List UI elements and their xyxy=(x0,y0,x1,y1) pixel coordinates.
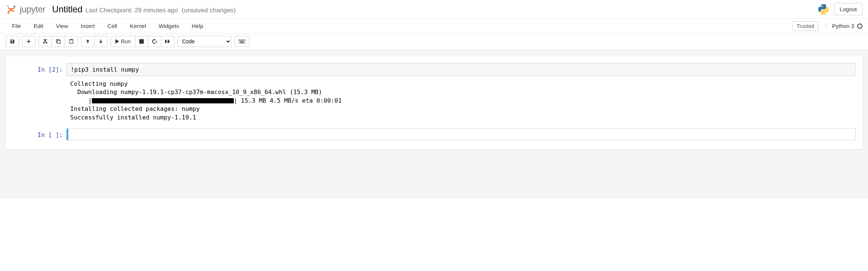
paste-icon xyxy=(69,39,74,44)
svg-rect-12 xyxy=(243,40,244,41)
output-content: Collecting numpy Downloading numpy-1.19.… xyxy=(66,78,856,123)
menu-items: File Edit View Insert Cell Kernel Widget… xyxy=(6,19,793,33)
restart-run-all-button[interactable] xyxy=(161,36,174,47)
checkpoint-text: Last Checkpoint: 29 minutes ago xyxy=(86,7,178,14)
svg-rect-13 xyxy=(244,40,245,41)
notebook-area: In [2]: !pip3 install numpy Collecting n… xyxy=(0,50,868,199)
notebook-header: jupyter Untitled Last Checkpoint: 29 min… xyxy=(0,0,868,19)
move-down-button[interactable] xyxy=(94,36,108,47)
python-icon xyxy=(818,3,830,15)
menubar-right: Trusted Python 3 xyxy=(793,21,862,31)
arrow-down-icon xyxy=(98,39,103,44)
header-right: Logout xyxy=(818,3,862,15)
arrow-up-icon xyxy=(85,39,90,44)
jupyter-logo[interactable]: jupyter xyxy=(6,4,46,15)
menu-cell[interactable]: Cell xyxy=(101,19,124,33)
keyboard-icon xyxy=(239,39,245,44)
unsaved-text: (unsaved changes) xyxy=(182,7,236,14)
cell-type-select[interactable]: Code xyxy=(177,36,232,47)
svg-rect-4 xyxy=(57,40,60,43)
paste-button[interactable] xyxy=(65,36,78,47)
add-cell-button[interactable] xyxy=(22,36,35,47)
title-area: Untitled Last Checkpoint: 29 minutes ago… xyxy=(52,4,818,15)
svg-rect-11 xyxy=(242,40,242,41)
notebook-container: In [2]: !pip3 install numpy Collecting n… xyxy=(6,56,862,149)
copy-button[interactable] xyxy=(52,36,65,47)
trusted-indicator[interactable]: Trusted xyxy=(793,21,818,31)
output-prompt xyxy=(12,78,66,123)
notebook-title[interactable]: Untitled xyxy=(52,4,83,15)
kernel-name-text: Python 3 xyxy=(832,23,854,29)
svg-point-1 xyxy=(14,6,16,7)
svg-rect-6 xyxy=(70,39,72,40)
move-up-button[interactable] xyxy=(81,36,94,47)
menubar: File Edit View Insert Cell Kernel Widget… xyxy=(0,19,868,34)
menu-edit[interactable]: Edit xyxy=(27,19,50,33)
plus-icon xyxy=(26,39,31,44)
stop-icon xyxy=(139,39,144,44)
svg-point-2 xyxy=(7,12,9,13)
svg-rect-7 xyxy=(139,39,144,44)
menu-file[interactable]: File xyxy=(6,19,27,33)
svg-rect-15 xyxy=(241,41,242,42)
run-label: Run xyxy=(121,38,131,44)
svg-rect-16 xyxy=(242,41,243,42)
menu-view[interactable]: View xyxy=(50,19,74,33)
code-cell[interactable]: In [2]: !pip3 install numpy xyxy=(12,63,856,76)
cell-input[interactable] xyxy=(66,128,856,140)
logout-button[interactable]: Logout xyxy=(834,3,862,15)
play-icon xyxy=(115,39,119,44)
svg-rect-9 xyxy=(239,40,240,41)
cell-prompt: In [ ]: xyxy=(12,128,66,140)
save-icon xyxy=(10,39,15,44)
svg-point-0 xyxy=(7,5,9,7)
kernel-name[interactable]: Python 3 xyxy=(826,23,862,29)
svg-rect-18 xyxy=(240,42,244,43)
progress-bar xyxy=(92,98,234,103)
svg-rect-17 xyxy=(243,41,244,42)
menu-help[interactable]: Help xyxy=(185,19,210,33)
code-cell[interactable]: In [ ]: xyxy=(12,128,856,140)
svg-rect-10 xyxy=(241,40,241,41)
cell-input[interactable]: !pip3 install numpy xyxy=(66,63,856,76)
command-palette-button[interactable] xyxy=(235,36,249,47)
menu-kernel[interactable]: Kernel xyxy=(124,19,152,33)
cut-icon xyxy=(43,39,48,44)
restart-button[interactable] xyxy=(148,36,161,47)
cut-button[interactable] xyxy=(38,36,52,47)
cell-output: Collecting numpy Downloading numpy-1.19.… xyxy=(12,78,856,123)
cell-prompt: In [2]: xyxy=(12,63,66,76)
save-button[interactable] xyxy=(6,36,19,47)
menu-insert[interactable]: Insert xyxy=(74,19,101,33)
restart-icon xyxy=(152,39,157,44)
svg-rect-14 xyxy=(240,41,241,42)
kernel-idle-icon xyxy=(857,24,862,29)
toolbar: Run Code xyxy=(0,34,868,50)
menu-widgets[interactable]: Widgets xyxy=(152,19,185,33)
jupyter-text: jupyter xyxy=(20,4,46,15)
copy-icon xyxy=(56,39,61,44)
run-button[interactable]: Run xyxy=(111,36,136,47)
interrupt-button[interactable] xyxy=(136,36,148,47)
fast-forward-icon xyxy=(165,39,170,44)
jupyter-icon xyxy=(6,4,17,15)
